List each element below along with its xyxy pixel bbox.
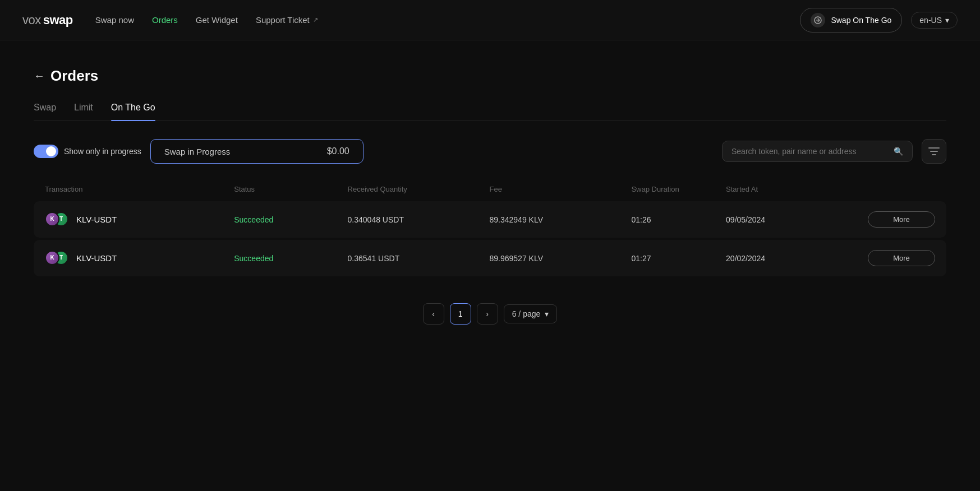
table-row: K T KLV-USDT Succeeded 0.340048 USDT 89.…	[34, 201, 946, 238]
svg-rect-1	[928, 147, 940, 149]
main-content: ← Orders Swap Limit On The Go Show only …	[0, 40, 980, 351]
lang-selector[interactable]: en-US ▾	[911, 12, 958, 29]
nav-get-widget[interactable]: Get Widget	[196, 15, 238, 25]
row-started-at: 09/05/2024	[726, 215, 868, 224]
progress-amount: $0.00	[327, 146, 349, 156]
tab-on-the-go[interactable]: On The Go	[111, 103, 155, 121]
token-icons: K T	[45, 212, 70, 228]
back-arrow-icon[interactable]: ←	[34, 70, 45, 82]
back-row: ← Orders	[34, 67, 946, 85]
toggle-knob	[46, 146, 56, 156]
token-icon-klv: K	[45, 212, 59, 226]
progress-label: Swap in Progress	[164, 147, 231, 156]
col-started-at: Started At	[726, 185, 868, 193]
row-status: Succeeded	[234, 254, 347, 263]
table-row: K T KLV-USDT Succeeded 0.36541 USDT 89.9…	[34, 240, 946, 276]
token-pair-label: KLV-USDT	[76, 215, 117, 224]
nav-swap-now[interactable]: Swap now	[95, 15, 134, 25]
table-body: K T KLV-USDT Succeeded 0.340048 USDT 89.…	[34, 201, 946, 276]
nav-orders[interactable]: Orders	[152, 15, 178, 25]
token-pair: K T KLV-USDT	[45, 212, 234, 228]
nav: Swap now Orders Get Widget Support Ticke…	[95, 15, 778, 25]
nav-support-ticket[interactable]: Support Ticket ↗	[256, 15, 318, 25]
external-link-icon: ↗	[313, 16, 318, 24]
col-received-qty: Received Quantity	[348, 185, 490, 193]
row-started-at: 20/02/2024	[726, 254, 868, 263]
row-duration: 01:26	[631, 215, 726, 224]
row-received-qty: 0.36541 USDT	[348, 254, 490, 263]
table-header: Transaction Status Received Quantity Fee…	[34, 179, 946, 199]
chevron-down-icon: ▾	[945, 16, 949, 25]
page-title: Orders	[50, 67, 98, 85]
per-page-button[interactable]: 6 / page ▾	[504, 304, 558, 323]
svg-rect-2	[930, 151, 938, 152]
progress-box: Swap in Progress $0.00	[150, 139, 364, 164]
col-actions	[868, 185, 935, 193]
search-box: 🔍	[722, 141, 913, 162]
tab-limit[interactable]: Limit	[74, 103, 93, 121]
col-swap-duration: Swap Duration	[631, 185, 726, 193]
prev-page-button[interactable]: ‹	[423, 303, 444, 325]
toggle-label: Show only in progress	[34, 145, 141, 158]
row-received-qty: 0.340048 USDT	[348, 215, 490, 224]
col-status: Status	[234, 185, 347, 193]
tab-swap[interactable]: Swap	[34, 103, 56, 121]
search-input[interactable]	[731, 147, 889, 156]
header-right: Swap On The Go en-US ▾	[800, 8, 958, 33]
svg-rect-3	[932, 154, 936, 155]
pagination: ‹ 1 › 6 / page ▾	[34, 303, 946, 325]
next-page-button[interactable]: ›	[477, 303, 498, 325]
per-page-label: 6 / page	[512, 309, 541, 318]
more-button[interactable]: More	[868, 211, 935, 228]
filter-icon-button[interactable]	[922, 139, 946, 164]
swap-otg-icon	[811, 13, 825, 27]
tabs: Swap Limit On The Go	[34, 103, 946, 121]
chevron-down-icon: ▾	[545, 309, 549, 318]
swap-otg-button[interactable]: Swap On The Go	[800, 8, 902, 33]
current-page-button[interactable]: 1	[450, 303, 471, 325]
more-button[interactable]: More	[868, 250, 935, 266]
logo[interactable]: voxswap	[22, 13, 73, 27]
token-icon-klv: K	[45, 251, 59, 265]
logo-vox: vox	[22, 13, 41, 27]
swap-otg-label: Swap On The Go	[831, 16, 891, 25]
logo-swap: swap	[43, 13, 73, 27]
row-fee: 89.342949 KLV	[490, 215, 632, 224]
toggle-text: Show only in progress	[64, 147, 141, 156]
token-pair-label: KLV-USDT	[76, 253, 117, 263]
row-status: Succeeded	[234, 215, 347, 224]
filter-row: Show only in progress Swap in Progress $…	[34, 139, 946, 164]
row-fee: 89.969527 KLV	[490, 254, 632, 263]
col-transaction: Transaction	[45, 185, 234, 193]
token-icons: K T	[45, 251, 70, 266]
in-progress-toggle[interactable]	[34, 145, 58, 158]
header: voxswap Swap now Orders Get Widget Suppo…	[0, 0, 980, 40]
col-fee: Fee	[490, 185, 632, 193]
row-duration: 01:27	[631, 254, 726, 263]
lang-label: en-US	[919, 16, 942, 25]
token-pair: K T KLV-USDT	[45, 251, 234, 266]
search-icon[interactable]: 🔍	[894, 147, 903, 156]
